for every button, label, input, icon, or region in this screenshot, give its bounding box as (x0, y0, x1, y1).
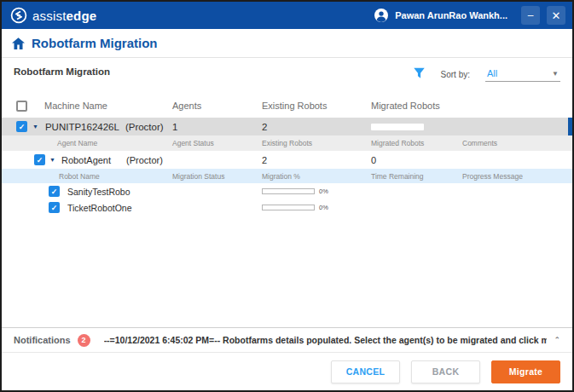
col-agent-status: Agent Status (168, 139, 253, 147)
back-button[interactable]: BACK (411, 360, 480, 383)
machine-proctor-label: (Proctor) (125, 122, 164, 132)
machine-checkbox[interactable]: ✓ (16, 121, 27, 132)
robot-progressbar (262, 205, 315, 210)
select-all-checkbox[interactable] (16, 101, 27, 112)
check-icon: ✓ (51, 187, 58, 196)
col-progress-message: Progress Message (449, 172, 572, 181)
close-button[interactable]: ✕ (547, 6, 565, 25)
col-existing-robots: Existing Robots (253, 101, 360, 111)
assistedge-logo-icon (10, 7, 27, 24)
col-migration-percent: Migration % (253, 172, 360, 181)
robot-name: TicketRobotOne (67, 203, 131, 213)
agent-migrated-robots: 0 (360, 155, 449, 165)
robot-percent-label: 0% (319, 204, 328, 211)
cancel-button[interactable]: CANCEL (331, 360, 400, 383)
topbar-right: Pawan ArunRao Wankh... – ✕ (374, 6, 565, 25)
sort-by-select[interactable]: All ▼ (485, 66, 560, 82)
agent-checkbox[interactable]: ✓ (34, 154, 45, 165)
robot-progressbar (262, 188, 315, 194)
sort-area: Sort by: All ▼ (413, 66, 560, 82)
agent-row[interactable]: ✓ ▼ RobotAgent (Proctor) 2 0 (2, 151, 572, 169)
robot-row[interactable]: ✓ SanityTestRobo 0% (2, 183, 572, 199)
agent-proctor-label: (Proctor) (126, 155, 163, 165)
robot-checkbox[interactable]: ✓ (49, 202, 60, 213)
check-icon: ✓ (19, 123, 26, 131)
page-title-row: Robotfarm Migration (2, 29, 572, 58)
col-agent-migrated-robots: Migrated Robots (360, 139, 449, 147)
machine-migrated-progressbar (371, 124, 424, 130)
col-agent-name: Agent Name (57, 139, 97, 147)
robot-table-header: Robot Name Migration Status Migration % … (2, 169, 572, 183)
notifications-bar: Notifications 2 --=10/12/2021 6:45:02 PM… (2, 327, 572, 353)
robot-row[interactable]: ✓ TicketRobotOne 0% (2, 199, 572, 216)
page-title: Robotfarm Migration (32, 36, 158, 50)
notification-message: --=10/12/2021 6:45:02 PM=-- Robotfarms d… (104, 335, 548, 345)
check-icon: ✓ (37, 156, 43, 164)
section-header: Robotfarm Migration Sort by: All ▼ (2, 58, 572, 94)
minimize-button[interactable]: – (521, 6, 540, 25)
minimize-icon: – (528, 9, 534, 21)
notifications-label: Notifications (14, 335, 71, 345)
col-migrated-robots: Migrated Robots (360, 101, 449, 111)
col-agents: Agents (168, 101, 253, 111)
machine-agents-count: 1 (168, 122, 253, 132)
migrate-button[interactable]: Migrate (491, 360, 560, 383)
chevron-down-icon: ▼ (552, 70, 559, 78)
col-machine-name: Machine Name (44, 101, 107, 111)
robot-checkbox[interactable]: ✓ (49, 186, 60, 197)
notifications-count-badge: 2 (78, 334, 90, 347)
filter-icon[interactable] (413, 66, 426, 80)
home-icon[interactable] (12, 37, 25, 49)
collapse-caret-icon[interactable]: ⌃ (554, 336, 560, 344)
brand: assistedge (10, 7, 96, 24)
brand-text: assistedge (32, 9, 96, 23)
scrollbar-thumb[interactable] (568, 118, 572, 135)
topbar: assistedge Pawan ArunRao Wankh... – ✕ (2, 2, 572, 29)
robot-name: SanityTestRobo (67, 187, 130, 197)
agent-table-header: Agent Name Agent Status Existing Robots … (2, 135, 572, 151)
machine-name: PUNITP162426L (45, 122, 119, 132)
app-window: assistedge Pawan ArunRao Wankh... – ✕ Ro… (0, 0, 574, 392)
col-agent-existing-robots: Existing Robots (253, 139, 360, 147)
robot-percent-label: 0% (319, 187, 328, 195)
section-title: Robotfarm Migration (14, 66, 110, 77)
close-icon: ✕ (552, 9, 561, 22)
sort-by-label: Sort by: (441, 70, 470, 79)
machine-table-header: Machine Name Agents Existing Robots Migr… (2, 94, 572, 118)
agent-expand-icon[interactable]: ▼ (49, 157, 55, 163)
agent-existing-robots: 2 (253, 155, 360, 165)
user-name: Pawan ArunRao Wankh... (395, 10, 507, 20)
sort-by-value: All (487, 68, 497, 78)
col-time-remaining: Time Remaining (360, 172, 449, 181)
check-icon: ✓ (51, 204, 58, 212)
col-robot-name: Robot Name (59, 172, 100, 181)
col-comments: Comments (449, 139, 572, 147)
machine-existing-robots: 2 (253, 122, 360, 132)
footer-actions: CANCEL BACK Migrate (2, 353, 572, 390)
user-avatar-icon (374, 9, 388, 22)
machine-row[interactable]: ✓ ▼ PUNITP162426L (Proctor) 1 2 (2, 118, 572, 135)
content-spacer (2, 216, 572, 327)
col-migration-status: Migration Status (168, 172, 253, 181)
agent-name: RobotAgent (61, 155, 111, 165)
machine-expand-icon[interactable]: ▼ (32, 124, 38, 130)
